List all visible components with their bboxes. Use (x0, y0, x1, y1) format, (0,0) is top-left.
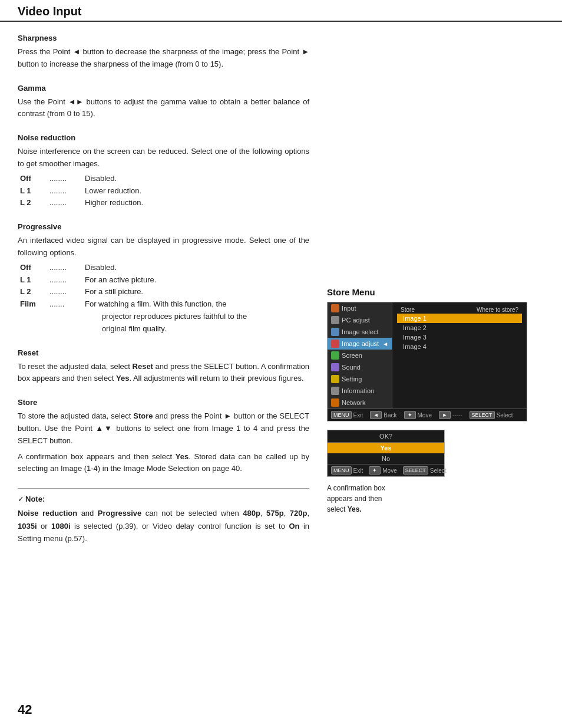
section-store-body: To store the adjusted data, select Store… (18, 410, 309, 475)
store-item-image3: Image 3 (397, 332, 522, 342)
list-item: Film ....... For watching a film. With t… (20, 298, 309, 335)
item-desc-off2: Disabled. (85, 262, 309, 274)
content-area: Sharpness Press the Point ◄ button to de… (0, 22, 562, 545)
section-store-title: Store (18, 398, 309, 407)
store-item-image4: Image 4 (397, 342, 522, 351)
menu-item-imageadjust: Image adjust ◄ (328, 338, 392, 350)
section-progressive-title: Progressive (18, 222, 309, 231)
progressive-item-list: Off ........ Disabled. L 1 ........ For … (20, 262, 309, 335)
confirm-btn-exit: MENU Exit (331, 466, 363, 475)
section-sharpness-title: Sharpness (18, 34, 309, 42)
menu-item-network: Network (328, 397, 392, 409)
menu-item-sound: Sound (328, 361, 392, 373)
section-sharpness-body: Press the Point ◄ button to decrease the… (18, 46, 309, 71)
menu-bottom-bar: MENU Exit ◄ Back ✦ Move ► ----- (328, 409, 527, 421)
image-adjust-icon (331, 340, 339, 348)
item-key-off2: Off (20, 262, 49, 274)
menu-item-imageselect: Image select (328, 326, 392, 338)
menu-item-info: Information (328, 385, 392, 397)
menu-item-pcadjust: PC adjust (328, 314, 392, 326)
confirm-yes: Yes (328, 443, 444, 453)
section-store: Store To store the adjusted data, select… (18, 398, 309, 475)
image-select-icon (331, 328, 339, 336)
info-icon (331, 387, 339, 395)
item-key-off: Off (20, 173, 49, 185)
confirm-box: OK? Yes No MENU Exit ✦ Move SELECT Selec… (327, 430, 445, 477)
section-reset-body: To reset the adjusted data, select Reset… (18, 361, 309, 386)
page-title: Video Input (18, 5, 82, 18)
list-item: L 1 ........ Lower reduction. (20, 185, 309, 197)
menu-item-screen: Screen (328, 350, 392, 361)
section-progressive: Progressive An interlaced video signal c… (18, 222, 309, 335)
section-reset: Reset To reset the adjusted data, select… (18, 348, 309, 386)
store-item-image1: Image 1 (397, 314, 522, 323)
setting-icon (331, 375, 339, 383)
store-menu-title: Store Menu (327, 287, 544, 297)
note-title: Note: (18, 495, 309, 503)
item-key-film: Film (20, 298, 49, 311)
note-body: Noise reduction and Progressive can not … (18, 507, 309, 545)
noise-item-list: Off ........ Disabled. L 1 ........ Lowe… (20, 173, 309, 209)
network-icon (331, 398, 339, 407)
item-key-l1: L 1 (20, 185, 49, 197)
item-key-l2b: L 2 (20, 286, 49, 298)
section-gamma-title: Gamma (18, 84, 309, 93)
store-item-image2: Image 2 (397, 323, 522, 332)
screen-icon (331, 351, 339, 360)
section-noise: Noise reduction Noise interference on th… (18, 133, 309, 209)
section-gamma: Gamma Use the Point ◄► buttons to adjust… (18, 84, 309, 121)
confirm-title: OK? (328, 430, 444, 443)
note-section: Note: Noise reduction and Progressive ca… (18, 488, 309, 545)
section-gamma-body: Use the Point ◄► buttons to adjust the g… (18, 96, 309, 121)
menu-item-input: Input (328, 302, 392, 314)
section-progressive-body: An interlaced video signal can be displa… (18, 235, 309, 335)
page-header: Video Input (0, 0, 562, 22)
list-item: L 2 ........ Higher reduction. (20, 197, 309, 209)
list-item: L 1 ........ For an active picture. (20, 274, 309, 286)
store-label: Store Where to store? (397, 305, 522, 314)
menu-panels: Input PC adjust Image select Image (328, 302, 527, 409)
item-desc-l1: Lower reduction. (85, 185, 309, 197)
item-key-l1b: L 1 (20, 274, 49, 286)
section-sharpness: Sharpness Press the Point ◄ button to de… (18, 34, 309, 71)
page-number: 42 (18, 702, 32, 717)
menu-left-panel: Input PC adjust Image select Image (328, 302, 392, 409)
list-item: Off ........ Disabled. (20, 262, 309, 274)
confirm-btn-move: ✦ Move (369, 466, 396, 475)
menu-right-panel: Store Where to store? Image 1 Image 2 Im… (392, 302, 527, 409)
menu-item-setting: Setting (328, 373, 392, 385)
menu-btn-back: ◄ Back (370, 411, 396, 419)
item-desc-film: For watching a film. With this function,… (85, 298, 309, 335)
item-key-l2: L 2 (20, 197, 49, 209)
section-noise-body: Noise interference on the screen can be … (18, 146, 309, 209)
menu-btn-exit: MENU Exit (331, 411, 363, 419)
pc-adjust-icon (331, 316, 339, 324)
section-reset-title: Reset (18, 348, 309, 357)
input-icon (331, 304, 339, 312)
menu-screenshot: Input PC adjust Image select Image (327, 302, 527, 421)
right-column: Store Menu Input PC adjust (321, 22, 544, 545)
confirm-no: No (328, 453, 444, 464)
menu-btn-select: SELECT Select (470, 411, 513, 419)
confirm-caption: A confirmation boxappears and thenselect… (327, 483, 544, 515)
left-column: Sharpness Press the Point ◄ button to de… (18, 22, 321, 545)
section-noise-title: Noise reduction (18, 133, 309, 142)
confirm-btn-select: SELECT Select (403, 466, 447, 475)
item-desc-l2: Higher reduction. (85, 197, 309, 209)
menu-btn-move: ✦ Move (404, 411, 432, 419)
menu-btn-dash: ► ----- (439, 411, 462, 419)
list-item: Off ........ Disabled. (20, 173, 309, 185)
item-desc-l2b: For a still picture. (85, 286, 309, 298)
sound-icon (331, 363, 339, 371)
item-desc-off: Disabled. (85, 173, 309, 185)
list-item: L 2 ........ For a still picture. (20, 286, 309, 298)
confirm-bottom-bar: MENU Exit ✦ Move SELECT Select (328, 464, 444, 476)
item-desc-l1b: For an active picture. (85, 274, 309, 286)
